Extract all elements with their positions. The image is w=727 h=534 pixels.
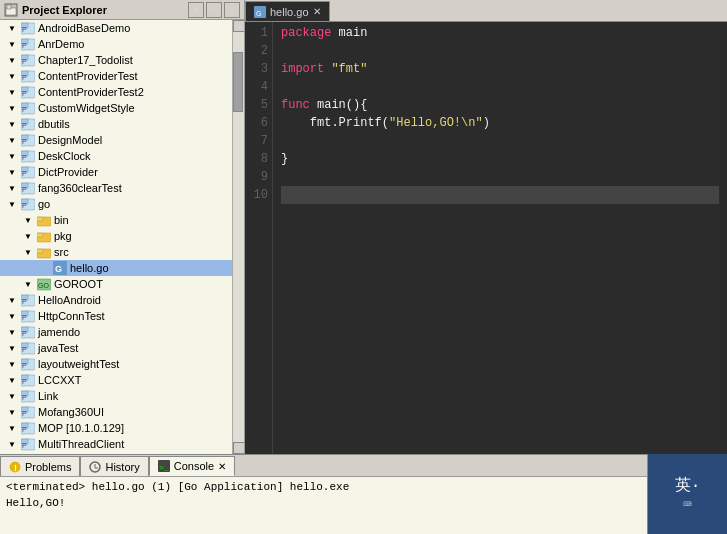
tree-item-dbutils[interactable]: ▼Pdbutils	[0, 116, 232, 132]
tree-toggle[interactable]: ▼	[4, 69, 20, 83]
editor-tab-hello-go[interactable]: G hello.go ✕	[245, 1, 330, 21]
tree-item-customwidgetstyle[interactable]: ▼PCustomWidgetStyle	[0, 100, 232, 116]
tree-toggle[interactable]: ▼	[4, 197, 20, 211]
code-line-4	[281, 78, 719, 96]
tree-item-mop[interactable]: ▼PMOP [10.1.0.129]	[0, 420, 232, 436]
svg-text:P: P	[22, 74, 27, 81]
svg-text:P: P	[22, 106, 27, 113]
history-icon	[89, 461, 101, 473]
tree-item-dictprovider[interactable]: ▼PDictProvider	[0, 164, 232, 180]
tree-item-hello.go[interactable]: Ghello.go	[0, 260, 232, 276]
tree-item-bin[interactable]: ▼bin	[0, 212, 232, 228]
code-line-8: }	[281, 150, 719, 168]
tree-item-httpconntest[interactable]: ▼PHttpConnTest	[0, 308, 232, 324]
tree-item-layoutweighttest[interactable]: ▼PlayoutweightTest	[0, 356, 232, 372]
tree-toggle[interactable]: ▼	[4, 181, 20, 195]
tree-toggle[interactable]: ▼	[4, 325, 20, 339]
tree-item-chapter17_todolist[interactable]: ▼PChapter17_Todolist	[0, 52, 232, 68]
project-icon: P	[20, 69, 36, 83]
tree-toggle[interactable]: ▼	[4, 373, 20, 387]
tree-item-go[interactable]: ▼Pgo	[0, 196, 232, 212]
svg-text:P: P	[22, 122, 27, 129]
tree-item-label: fang360clearTest	[36, 182, 232, 194]
go-file-tab-icon: G	[254, 6, 266, 18]
tree-item-jamendo[interactable]: ▼Pjamendo	[0, 324, 232, 340]
tree-item-label: ContentProviderTest2	[36, 86, 232, 98]
tree-item-lccxxt[interactable]: ▼PLCCXXT	[0, 372, 232, 388]
collapse-all-button[interactable]: ▼	[188, 2, 204, 18]
tab-console[interactable]: >_ Console ✕	[149, 456, 235, 476]
tree-item-androidbasedemo[interactable]: ▼PAndroidBaseDemo	[0, 20, 232, 36]
tree-toggle[interactable]: ▼	[4, 53, 20, 67]
tree-toggle[interactable]: ▼	[4, 165, 20, 179]
editor-tab-close[interactable]: ✕	[313, 6, 321, 17]
tree-item-link[interactable]: ▼PLink	[0, 388, 232, 404]
view-menu-button[interactable]: ▽	[224, 2, 240, 18]
tree-toggle[interactable]: ▼	[4, 85, 20, 99]
console-line-0: <terminated> hello.go (1) [Go Applicatio…	[6, 479, 721, 495]
scroll-down-arrow[interactable]: ▼	[233, 442, 244, 454]
tree-item-pkg[interactable]: ▼pkg	[0, 228, 232, 244]
tree-item-mofang360ui[interactable]: ▼PMofang360UI	[0, 404, 232, 420]
tree-toggle[interactable]: ▼	[4, 293, 20, 307]
tree-item-contentprovidertest[interactable]: ▼PContentProviderTest	[0, 68, 232, 84]
link-editor-button[interactable]: ⇄	[206, 2, 222, 18]
tree-toggle[interactable]: ▼	[4, 341, 20, 355]
tree-item-label: MultiThreadClient	[36, 438, 232, 450]
svg-rect-40	[37, 217, 43, 221]
project-icon: P	[20, 197, 36, 211]
code-content[interactable]: package main import "fmt" func main(){ f…	[273, 22, 727, 454]
tree-item-multithreadclient[interactable]: ▼PMultiThreadClient	[0, 436, 232, 452]
project-icon: P	[20, 117, 36, 131]
tree-item-anrdemo[interactable]: ▼PAnrDemo	[0, 36, 232, 52]
tree-toggle[interactable]: ▼	[4, 21, 20, 35]
tree-item-label: Chapter17_Todolist	[36, 54, 232, 66]
tree-toggle[interactable]: ▼	[20, 277, 36, 291]
tree-item-javatest[interactable]: ▼PjavaTest	[0, 340, 232, 356]
folder-icon	[36, 229, 52, 243]
tree-item-designmodel[interactable]: ▼PDesignModel	[0, 132, 232, 148]
system-tray: 英· ⌨	[647, 454, 727, 534]
goroot-icon: GO	[36, 277, 52, 291]
tree-scrollbar[interactable]: ▲ ▼	[232, 20, 244, 454]
tree-toggle[interactable]: ▼	[4, 389, 20, 403]
tree-item-contentprovidertest2[interactable]: ▼PContentProviderTest2	[0, 84, 232, 100]
console-tab-close[interactable]: ✕	[218, 461, 226, 472]
tree-toggle[interactable]: ▼	[4, 309, 20, 323]
tree-item-label: dbutils	[36, 118, 232, 130]
svg-text:GO: GO	[38, 282, 49, 289]
project-explorer-icon	[4, 3, 18, 17]
tree-toggle[interactable]: ▼	[4, 149, 20, 163]
tree-toggle[interactable]: ▼	[4, 357, 20, 371]
code-editor[interactable]: 12345678910 package main import "fmt" fu…	[245, 22, 727, 454]
tree-toggle[interactable]: ▼	[20, 245, 36, 259]
tab-history[interactable]: History	[80, 456, 148, 476]
tree-toggle[interactable]	[36, 261, 52, 275]
tree-toggle[interactable]: ▼	[4, 37, 20, 51]
tree-toggle[interactable]: ▼	[4, 437, 20, 451]
tree-toggle[interactable]: ▼	[4, 101, 20, 115]
tree-toggle[interactable]: ▼	[4, 421, 20, 435]
svg-text:P: P	[22, 90, 27, 97]
tree-item-fang360cleartest[interactable]: ▼Pfang360clearTest	[0, 180, 232, 196]
svg-text:P: P	[22, 58, 27, 65]
tree-toggle[interactable]: ▼	[20, 213, 36, 227]
scroll-up-arrow[interactable]: ▲	[233, 20, 244, 32]
project-explorer-header: Project Explorer ▼ ⇄ ▽	[0, 0, 244, 20]
tree-item-src[interactable]: ▼src	[0, 244, 232, 260]
tree-item-deskclock[interactable]: ▼PDeskClock	[0, 148, 232, 164]
code-line-6: fmt.Printf("Hello,GO!\n")	[281, 114, 719, 132]
tree-toggle[interactable]: ▼	[4, 405, 20, 419]
project-icon: P	[20, 325, 36, 339]
line-number-9: 9	[249, 168, 268, 186]
tree-toggle[interactable]: ▼	[20, 229, 36, 243]
tree-item-goroot[interactable]: ▼GOGOROOT	[0, 276, 232, 292]
tree-toggle[interactable]: ▼	[4, 133, 20, 147]
tree-item-helloandroid[interactable]: ▼PHelloAndroid	[0, 292, 232, 308]
tree-toggle[interactable]: ▼	[4, 117, 20, 131]
tree-item-label: HelloAndroid	[36, 294, 232, 306]
tab-problems[interactable]: ! Problems	[0, 456, 80, 476]
code-line-9	[281, 168, 719, 186]
svg-text:P: P	[22, 138, 27, 145]
line-number-4: 4	[249, 78, 268, 96]
